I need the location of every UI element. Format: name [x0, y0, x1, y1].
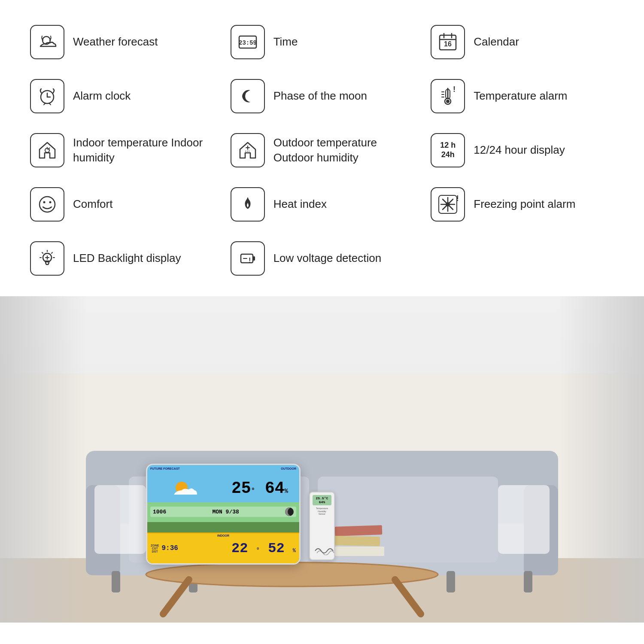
- indoor-icon: [37, 140, 58, 161]
- svg-point-16: [446, 100, 450, 103]
- alarm-clock-label: Alarm clock: [73, 88, 131, 103]
- led-icon-box: [30, 241, 64, 276]
- book-3: [335, 547, 384, 556]
- hour-display-label: 12/24 hour display: [474, 143, 565, 158]
- svg-rect-58: [447, 571, 455, 592]
- svg-point-27: [39, 197, 55, 212]
- calendar-icon: 16: [437, 32, 458, 52]
- sensor-humidity-display: 64%: [313, 500, 330, 504]
- station-humidity: 64: [265, 479, 285, 498]
- book-2: [335, 536, 380, 546]
- indoor-icon-box: [30, 133, 64, 167]
- svg-text:!: !: [453, 86, 456, 94]
- station-date: MON 9/38: [212, 509, 239, 515]
- station-temp: 25: [231, 479, 251, 498]
- low-voltage-label: Low voltage detection: [273, 251, 382, 266]
- weather-forecast-icon-box: [30, 25, 64, 59]
- outdoor-icon-box: [231, 133, 265, 167]
- time-icon: 23:59: [237, 32, 258, 52]
- sensor-temp-display: 25.5°C: [313, 496, 330, 500]
- battery-icon: !: [237, 248, 258, 269]
- svg-text:!: !: [249, 257, 251, 264]
- svg-text:23:59: 23:59: [239, 39, 257, 46]
- feature-temperature-alarm: ! Temperature alarm: [426, 71, 618, 121]
- weather-icon: [37, 32, 58, 52]
- indoor-humidity-val: 52: [268, 541, 284, 556]
- feature-low-voltage: ! Low voltage detection: [226, 234, 418, 283]
- right-fade: [558, 296, 644, 623]
- feature-comfort: Comfort: [26, 179, 218, 229]
- weather-forecast-label: Weather forecast: [73, 34, 158, 49]
- battery-icon-box: !: [231, 241, 265, 276]
- feature-phase-moon: Phase of the moon: [226, 71, 418, 121]
- indoor-section-label: INDOOR: [217, 534, 229, 537]
- moon-icon-box: [231, 79, 265, 113]
- features-grid: Weather forecast 23:59 Time 16 Calendar: [0, 0, 644, 296]
- svg-rect-47: [253, 256, 255, 261]
- svg-text:16: 16: [444, 40, 452, 48]
- feature-time: 23:59 Time: [226, 17, 418, 67]
- alarm-icon: [37, 86, 58, 106]
- svg-line-42: [42, 252, 43, 253]
- feature-led-backlight: LED Backlight display: [26, 234, 218, 283]
- hour-display-icon: 12 h 24h: [440, 141, 456, 159]
- heat-icon-box: [231, 187, 265, 222]
- led-icon: [37, 248, 58, 269]
- weather-station-device: FUTURE FORECAST OUTDOOR: [146, 464, 301, 565]
- 12h-label: 12 h: [440, 141, 456, 150]
- comfort-icon: [37, 194, 58, 215]
- feature-heat-index: Heat index: [226, 179, 418, 229]
- svg-rect-62: [94, 485, 146, 554]
- svg-rect-56: [112, 571, 120, 592]
- calendar-label: Calendar: [474, 34, 519, 49]
- feature-alarm-clock: Alarm clock: [26, 71, 218, 121]
- feature-indoor-temp: Indoor temperature Indoor humidity: [26, 125, 218, 175]
- books-stack: [335, 526, 384, 556]
- feature-freezing-alarm: ! Freezing point alarm: [426, 179, 618, 229]
- feature-outdoor-temp: Outdoor temperature Outdoor humidity: [226, 125, 418, 175]
- feature-hour-display: 12 h 24h 12/24 hour display: [426, 125, 618, 175]
- station-weather-icon: [170, 476, 204, 501]
- remote-sensor: 25.5°C 64% Temperature Humidity Sensor: [309, 492, 335, 560]
- svg-point-29: [49, 201, 52, 204]
- freezing-icon: !: [437, 194, 458, 215]
- indoor-temp-val: 22: [231, 541, 248, 556]
- book-1: [335, 525, 383, 536]
- product-section: FUTURE FORECAST OUTDOOR: [0, 296, 644, 623]
- temp-alarm-icon: !: [437, 86, 458, 106]
- svg-point-28: [43, 201, 46, 204]
- outdoor-label: OUTDOOR: [281, 467, 296, 470]
- indoor-temp-label: Indoor temperature Indoor humidity: [73, 135, 213, 165]
- 24h-label: 24h: [441, 150, 455, 160]
- hour-display-icon-box: 12 h 24h: [431, 133, 465, 167]
- comfort-icon-box: [30, 187, 64, 222]
- calendar-icon-box: 16: [431, 25, 465, 59]
- outdoor-icon: [237, 140, 258, 161]
- heat-icon: [237, 194, 258, 215]
- svg-text:!: !: [456, 194, 458, 203]
- temperature-alarm-label: Temperature alarm: [474, 88, 567, 103]
- time-label: Time: [273, 34, 298, 49]
- outdoor-temp-label: Outdoor temperature Outdoor humidity: [273, 135, 414, 165]
- svg-line-40: [52, 252, 52, 253]
- moon-icon: [237, 86, 258, 106]
- feature-weather-forecast: Weather forecast: [26, 17, 218, 67]
- feature-calendar: 16 Calendar: [426, 17, 618, 67]
- time-icon-box: 23:59: [231, 25, 265, 59]
- heat-index-label: Heat index: [273, 197, 327, 212]
- freezing-alarm-label: Freezing point alarm: [474, 197, 575, 212]
- comfort-label: Comfort: [73, 197, 112, 212]
- future-forecast-label: FUTURE FORECAST: [150, 467, 180, 470]
- phase-moon-label: Phase of the moon: [273, 88, 367, 103]
- svg-rect-63: [498, 485, 550, 554]
- left-fade: [0, 296, 86, 623]
- temp-alarm-icon-box: !: [431, 79, 465, 113]
- svg-line-12: [49, 103, 51, 105]
- led-backlight-label: LED Backlight display: [73, 251, 181, 266]
- freezing-icon-box: !: [431, 187, 465, 222]
- svg-rect-59: [524, 571, 532, 592]
- sensor-wave-icon: [313, 542, 335, 555]
- svg-line-11: [44, 103, 46, 105]
- alarm-icon-box: [30, 79, 64, 113]
